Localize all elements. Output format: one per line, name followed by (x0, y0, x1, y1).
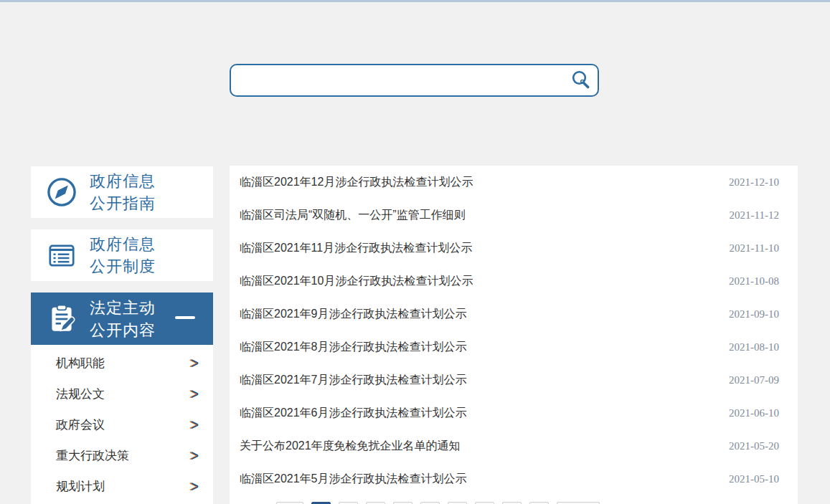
collapse-minus-icon[interactable] (175, 316, 195, 319)
submenu-item-label: 机构职能 (56, 355, 105, 371)
list-item[interactable]: 临淄区2021年9月涉企行政执法检查计划公示 2021-09-10 (230, 298, 798, 331)
chevron-right-icon: > (191, 479, 199, 495)
chevron-right-icon: > (191, 417, 199, 433)
document-date: 2021-05-20 (729, 440, 779, 452)
document-list-icon (45, 239, 78, 272)
chevron-right-icon: > (191, 448, 199, 464)
sidebar-item-gov-info-guide[interactable]: 政府信息 公开指南 (31, 166, 213, 218)
sidebar-item-gov-info-system[interactable]: 政府信息 公开制度 (31, 229, 213, 281)
submenu-item-label: 法规公文 (56, 386, 105, 402)
submenu-item-label: 政府会议 (56, 417, 105, 433)
chevron-right-icon: > (191, 386, 199, 402)
sidebar-item-label: 政府信息 公开制度 (90, 233, 156, 277)
sidebar-submenu-item[interactable]: 政府会议 > (31, 409, 213, 440)
clipboard-pencil-icon (45, 303, 78, 336)
list-item[interactable]: 临淄区2021年7月涉企行政执法检查计划公示 2021-07-09 (230, 363, 798, 396)
document-date: 2021-11-12 (730, 209, 779, 222)
list-item[interactable]: 临淄区司法局“双随机、一公开”监管工作细则 2021-11-12 (230, 199, 798, 232)
sidebar-item-label: 法定主动 公开内容 (90, 297, 156, 341)
list-item[interactable]: 临淄区2021年5月涉企行政执法检查计划公示 2021-05-10 (230, 462, 798, 495)
sidebar: 政府信息 公开指南 政府信息 公开制度 (31, 166, 213, 504)
list-item[interactable]: 临淄区2021年10月涉企行政执法检查计划公示 2021-10-08 (230, 265, 798, 298)
document-link[interactable]: 临淄区司法局“双随机、一公开”监管工作细则 (240, 208, 466, 223)
document-list: 临淄区2021年12月涉企行政执法检查计划公示 2021-12-10 临淄区司法… (230, 166, 798, 504)
document-date: 2021-08-10 (729, 341, 779, 353)
submenu-item-label: 规划计划 (56, 478, 105, 495)
document-date: 2021-07-09 (729, 374, 779, 386)
compass-icon (45, 176, 78, 209)
search-bar (230, 64, 599, 97)
document-link[interactable]: 临淄区2021年11月涉企行政执法检查计划公示 (240, 241, 472, 256)
document-link[interactable]: 临淄区2021年7月涉企行政执法检查计划公示 (240, 373, 467, 388)
document-link[interactable]: 临淄区2021年9月涉企行政执法检查计划公示 (240, 307, 467, 322)
document-date: 2021-06-10 (729, 407, 779, 419)
document-date: 2021-12-10 (729, 176, 779, 189)
submenu-item-label: 重大行政决策 (56, 447, 129, 464)
list-item[interactable]: 临淄区2021年8月涉企行政执法检查计划公示 2021-08-10 (230, 331, 798, 363)
list-item[interactable]: 临淄区2021年6月涉企行政执法检查计划公示 2021-06-10 (230, 396, 798, 429)
document-date: 2021-09-10 (729, 308, 779, 320)
document-link[interactable]: 关于公布2021年度免检免扰企业名单的通知 (240, 439, 461, 454)
sidebar-submenu: 机构职能 > 法规公文 > 政府会议 > 重大行政决策 > 规划计划 > (31, 345, 213, 504)
search-icon (570, 70, 592, 91)
document-link[interactable]: 临淄区2021年12月涉企行政执法检查计划公示 (240, 175, 473, 190)
search-input[interactable] (231, 65, 565, 95)
sidebar-submenu-item[interactable]: 法规公文 > (31, 379, 213, 409)
sidebar-submenu-item[interactable]: 机构职能 > (31, 348, 213, 379)
document-link[interactable]: 临淄区2021年6月涉企行政执法检查计划公示 (240, 406, 467, 421)
document-date: 2021-10-08 (729, 275, 779, 287)
sidebar-item-label: 政府信息 公开指南 (90, 170, 156, 214)
document-link[interactable]: 临淄区2021年5月涉企行政执法检查计划公示 (240, 472, 467, 487)
document-link[interactable]: 临淄区2021年10月涉企行政执法检查计划公示 (240, 274, 473, 289)
chevron-right-icon: > (191, 356, 199, 371)
sidebar-submenu-item[interactable]: 规划计划 > (31, 471, 213, 502)
document-date: 2021-05-10 (729, 473, 779, 485)
document-link[interactable]: 临淄区2021年8月涉企行政执法检查计划公示 (240, 340, 467, 355)
search-button[interactable] (565, 65, 598, 95)
sidebar-item-statutory-disclosure[interactable]: 法定主动 公开内容 (31, 293, 213, 345)
list-item[interactable]: 临淄区2021年11月涉企行政执法检查计划公示 2021-11-10 (230, 232, 798, 265)
page-top-strip (0, 0, 830, 2)
sidebar-submenu-item[interactable]: 重大行政决策 > (31, 440, 213, 471)
list-item[interactable]: 临淄区2021年12月涉企行政执法检查计划公示 2021-12-10 (230, 166, 798, 199)
list-item[interactable]: 关于公布2021年度免检免扰企业名单的通知 2021-05-20 (230, 429, 798, 462)
document-date: 2021-11-10 (730, 242, 779, 255)
